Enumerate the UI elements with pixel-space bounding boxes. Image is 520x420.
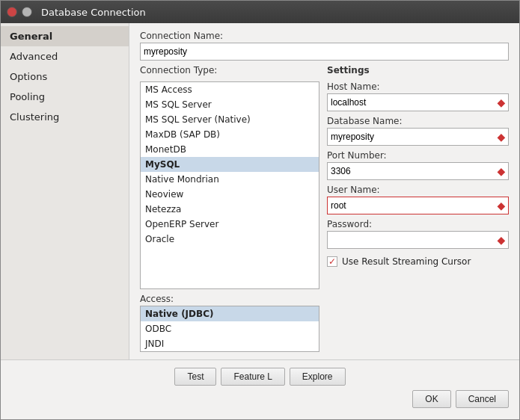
list-item-neoview[interactable]: Neoview (141, 187, 319, 202)
host-name-label: Host Name: (327, 81, 509, 92)
user-name-label: User Name: (327, 185, 509, 195)
list-item-maxdb[interactable]: MaxDB (SAP DB) (141, 127, 319, 142)
database-name-input[interactable] (327, 128, 509, 146)
footer-bottom-buttons: OK Cancel (1, 390, 519, 416)
connection-name-section: Connection Name: (140, 31, 509, 61)
list-item-monetdb[interactable]: MonetDB (141, 142, 319, 157)
access-item-odbc[interactable]: ODBC (141, 321, 319, 336)
ok-button[interactable]: OK (412, 390, 450, 408)
sidebar-item-clustering[interactable]: Clustering (1, 107, 129, 127)
streaming-cursor-row: ✓ Use Result Streaming Cursor (327, 256, 509, 267)
cancel-button[interactable]: Cancel (456, 390, 509, 408)
host-name-section: Host Name: ◆ (327, 81, 509, 111)
footer-top-buttons: Test Feature L Explore (1, 360, 519, 390)
list-item-mysql[interactable]: MySQL (141, 157, 319, 172)
database-name-section: Database Name: ◆ (327, 116, 509, 146)
list-item-native-mondrian[interactable]: Native Mondrian (141, 172, 319, 187)
password-input[interactable] (327, 231, 509, 249)
access-item-jndi[interactable]: JNDI (141, 336, 319, 351)
list-item-ms-access[interactable]: MS Access (141, 82, 319, 97)
row-two: Connection Type: MS Access MS SQL Server… (140, 65, 509, 352)
main-panel: Connection Name: Connection Type: MS Acc… (129, 23, 519, 359)
sidebar-item-options[interactable]: Options (1, 67, 129, 87)
feature-button[interactable]: Feature L (221, 368, 284, 386)
user-name-input[interactable] (327, 197, 509, 214)
streaming-cursor-label: Use Result Streaming Cursor (342, 256, 471, 267)
user-name-wrapper: ◆ (327, 197, 509, 214)
explore-button[interactable]: Explore (290, 368, 346, 386)
close-button[interactable] (7, 7, 17, 17)
test-button[interactable]: Test (174, 368, 216, 386)
right-col: Settings Host Name: ◆ Database Name: ◆ (327, 65, 509, 352)
access-label: Access: (140, 294, 319, 304)
sidebar: General Advanced Options Pooling Cluster… (1, 23, 129, 359)
sidebar-item-general[interactable]: General (1, 26, 129, 46)
list-item-oracle[interactable]: Oracle (141, 232, 319, 247)
connection-name-input[interactable] (140, 43, 509, 61)
content-area: General Advanced Options Pooling Cluster… (1, 23, 519, 359)
list-item-openerp[interactable]: OpenERP Server (141, 217, 319, 232)
streaming-cursor-checkbox[interactable]: ✓ (327, 256, 337, 267)
connection-type-list[interactable]: MS Access MS SQL Server MS SQL Server (N… (140, 81, 319, 289)
sidebar-item-advanced[interactable]: Advanced (1, 46, 129, 67)
user-name-section: User Name: ◆ (327, 185, 509, 214)
left-col: Connection Type: MS Access MS SQL Server… (140, 65, 319, 352)
connection-name-label: Connection Name: (140, 31, 509, 41)
titlebar: Database Connection (1, 1, 519, 23)
port-number-section: Port Number: ◆ (327, 150, 509, 180)
password-wrapper: ◆ (327, 231, 509, 249)
footer: Test Feature L Explore OK Cancel (1, 359, 519, 419)
port-number-input[interactable] (327, 162, 509, 180)
database-connection-window: Database Connection General Advanced Opt… (0, 0, 520, 420)
database-name-label: Database Name: (327, 116, 509, 126)
access-section: Access: Native (JDBC) ODBC JNDI (140, 294, 319, 352)
check-icon: ✓ (328, 257, 336, 266)
port-number-wrapper: ◆ (327, 162, 509, 180)
list-item-netezza[interactable]: Netezza (141, 202, 319, 217)
list-item-ms-sql-native[interactable]: MS SQL Server (Native) (141, 112, 319, 127)
host-name-wrapper: ◆ (327, 93, 509, 111)
access-item-native[interactable]: Native (JDBC) (141, 306, 319, 321)
access-list: Native (JDBC) ODBC JNDI (140, 306, 319, 352)
connection-type-label: Connection Type: (140, 65, 319, 75)
database-name-wrapper: ◆ (327, 128, 509, 146)
window-title: Database Connection (41, 7, 146, 18)
port-number-label: Port Number: (327, 150, 509, 161)
list-item-ms-sql[interactable]: MS SQL Server (141, 97, 319, 112)
minimize-button[interactable] (22, 7, 32, 17)
host-name-input[interactable] (327, 93, 509, 111)
password-section: Password: ◆ (327, 219, 509, 249)
settings-label: Settings (327, 65, 509, 75)
password-label: Password: (327, 219, 509, 229)
sidebar-item-pooling[interactable]: Pooling (1, 87, 129, 107)
